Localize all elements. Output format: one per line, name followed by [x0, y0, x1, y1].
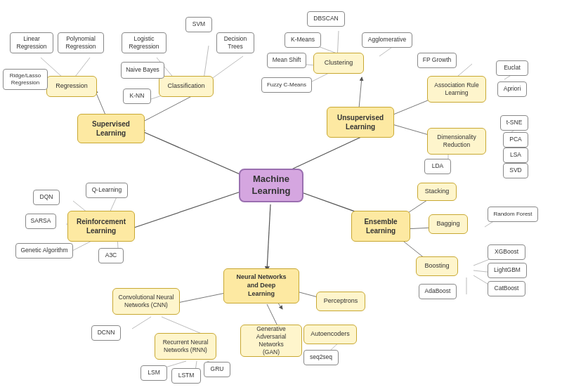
node-pca: PCA — [503, 132, 528, 148]
node-dqn: DQN — [33, 190, 60, 205]
node-autoencoders: Autoencoders — [303, 325, 357, 344]
node-seq2seq: seq2seq — [303, 350, 339, 365]
svg-line-14 — [211, 56, 243, 79]
node-main: MachineLearning — [239, 169, 303, 202]
node-assoc: Association RuleLearning — [427, 76, 486, 103]
node-knn: K-NN — [123, 89, 151, 104]
node-lda: LDA — [424, 159, 451, 174]
node-euclat: Euclat — [496, 60, 528, 76]
node-boosting: Boosting — [416, 256, 458, 276]
node-linear-reg: LinearRegression — [10, 32, 53, 53]
node-reinforcement: ReinforcementLearning — [67, 211, 135, 242]
node-ensemble: EnsembleLearning — [351, 211, 410, 242]
node-perceptrons: Perceptrons — [316, 292, 365, 311]
node-a3c: A3C — [98, 248, 124, 263]
node-unsupervised: UnsupervisedLearning — [327, 107, 394, 138]
node-adaboost: AdaBoost — [419, 284, 457, 299]
node-q-learning: Q-Learning — [86, 183, 128, 198]
node-dimred: DimensionalityReduction — [427, 128, 486, 155]
svg-line-13 — [204, 46, 209, 79]
mindmap-diagram: MachineLearning SupervisedLearning Unsup… — [0, 0, 562, 392]
node-lightgbm: LightGBM — [488, 263, 527, 278]
node-gru: GRU — [204, 362, 230, 377]
node-tsne: t-SNE — [500, 115, 528, 131]
node-kmeans: K-Means — [285, 32, 321, 48]
node-agglom: Agglomerative — [362, 32, 412, 48]
svg-line-4 — [267, 204, 270, 270]
node-gan: GenerativeAdversarial Networks(GAN) — [240, 325, 302, 357]
svg-line-2 — [130, 188, 253, 229]
node-rnn: Recurrent NeuralNetworks (RNN) — [155, 333, 216, 360]
node-lsa: LSA — [503, 148, 528, 163]
node-supervised: SupervisedLearning — [77, 114, 145, 143]
node-dbscan: DBSCAN — [307, 11, 345, 27]
node-naive-bayes: Naive Bayes — [121, 62, 164, 79]
node-logistic: LogisticRegression — [122, 32, 166, 53]
node-random-forest: Random Forest — [488, 207, 538, 222]
node-dcnn: DCNN — [91, 325, 121, 341]
node-classification: Classification — [159, 76, 214, 97]
node-fuzzy: Fuzzy C-Means — [261, 77, 312, 93]
node-genetic: Genetic Algorithm — [15, 243, 73, 259]
node-regression: Regression — [46, 76, 97, 97]
node-cnn: Convolutional NeuralNetworks (CNN) — [112, 288, 180, 315]
node-lsm: LSM — [140, 365, 167, 381]
node-catboost: CatBoost — [488, 281, 525, 296]
node-svm: SVM — [185, 17, 212, 32]
node-bagging: Bagging — [429, 214, 468, 234]
node-sarsa: SARSA — [25, 214, 56, 229]
node-apriori: Apriori — [497, 81, 527, 97]
node-svd: SVD — [503, 163, 528, 178]
node-clustering: Clustering — [313, 53, 364, 74]
svg-line-48 — [132, 317, 151, 329]
node-stacking: Stacking — [417, 183, 457, 201]
node-poly-reg: PolynomialRegression — [58, 32, 104, 53]
node-neural: Neural Networksand DeepLearning — [223, 268, 299, 303]
node-lstm: LSTM — [171, 368, 201, 384]
node-fp-growth: FP Growth — [417, 53, 457, 68]
node-dec-trees: DecisionTrees — [216, 32, 254, 53]
node-mean-shift: Mean Shift — [267, 53, 306, 68]
node-xgboost: XGBoost — [488, 244, 525, 260]
node-ridge-reg: Ridge/LassoRegression — [3, 69, 48, 90]
